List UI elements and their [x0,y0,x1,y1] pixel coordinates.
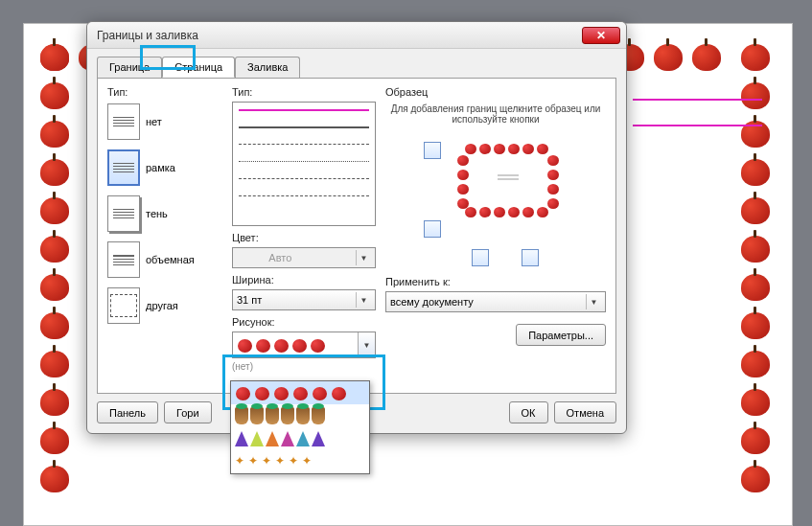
style-solid-thin[interactable] [239,126,369,128]
preview-label: Образец [385,86,606,98]
cancel-button[interactable]: Отмена [554,401,616,423]
setting-3d[interactable]: объемная [107,240,222,280]
width-label: Ширина: [232,274,376,286]
page-border-right [739,38,777,516]
art-option-cones[interactable] [231,427,369,450]
shadow-icon [107,195,140,232]
tab-fill[interactable]: Заливка [235,57,300,78]
art-option-palms[interactable] [231,404,369,427]
setting-custom[interactable]: другая [107,286,222,326]
options-button[interactable]: Параметры... [516,324,606,346]
art-label: Рисунок: [232,316,376,328]
setting-none[interactable]: нет [107,102,222,142]
style-label: Тип: [232,86,376,98]
color-value: Авто [268,252,291,263]
preview-box [414,142,577,266]
apple-art-preview [237,336,327,354]
apply-value: всему документу [390,296,474,308]
style-dotted[interactable] [239,161,369,163]
art-combo[interactable]: ▼ [232,332,376,358]
preview-hint: Для добавления границ щелкните образец и… [385,103,606,125]
tab-row: Граница Страница Заливка [87,49,626,78]
chevron-down-icon: ▼ [356,250,371,265]
type-label: Тип: [107,86,222,98]
ok-button[interactable]: ОК [509,401,548,423]
setting-none-label: нет [146,116,162,127]
art-none-hint: (нет) [232,361,376,372]
dialog-title: Границы и заливка [97,29,198,42]
apply-to-combo[interactable]: всему документу ▼ [385,291,606,312]
titlebar[interactable]: Границы и заливка ✕ [87,22,626,49]
setting-box-label: рамка [146,162,175,173]
custom-icon [107,287,140,324]
horizontal-line-button[interactable]: Гори [164,401,212,423]
chevron-down-icon: ▼ [358,332,375,357]
color-label: Цвет: [232,232,376,243]
style-column: Тип: Цвет: Авто ▼ Ширина: 31 пт ▼ Рисуно… [232,86,376,381]
preview-top-button[interactable] [424,142,441,159]
close-button[interactable]: ✕ [582,27,620,44]
width-value: 31 пт [237,294,262,306]
setting-custom-label: другая [146,300,178,311]
doc-rule-line [633,125,762,126]
toolbar-button[interactable]: Панель [97,401,158,423]
close-icon: ✕ [596,29,606,42]
preview-right-button[interactable] [522,249,539,266]
page-border-left [38,38,77,516]
color-combo[interactable]: Авто ▼ [232,247,376,268]
style-dashed[interactable] [239,144,369,146]
style-dashdot[interactable] [239,178,369,180]
borders-shading-dialog: Границы и заливка ✕ Граница Страница Зал… [86,21,627,434]
setting-3d-label: объемная [146,254,195,265]
chevron-down-icon: ▼ [586,294,601,309]
art-option-sparks[interactable] [231,450,369,473]
tab-page[interactable]: Страница [162,57,235,78]
none-icon [107,103,140,140]
art-dropdown-list[interactable] [230,380,370,474]
dialog-body: Тип: нет рамка тень [97,78,616,394]
preview-column: Образец Для добавления границ щелкните о… [385,86,606,381]
volume-icon [107,241,140,278]
tab-border[interactable]: Граница [97,57,162,78]
apply-label: Применить к: [385,276,606,287]
line-style-list[interactable] [232,102,376,226]
preview-left-button[interactable] [472,249,489,266]
setting-shadow-label: тень [146,208,168,219]
style-dashdotdot[interactable] [239,195,369,197]
art-option-apples[interactable] [231,381,369,404]
setting-shadow[interactable]: тень [107,194,222,234]
setting-column: Тип: нет рамка тень [107,86,222,381]
preview-bottom-button[interactable] [424,220,441,238]
width-combo[interactable]: 31 пт ▼ [232,289,376,310]
chevron-down-icon: ▼ [356,292,371,308]
box-icon [107,149,140,186]
style-solid-magenta[interactable] [239,109,369,111]
doc-rule-line [633,99,762,101]
preview-frame [456,142,560,226]
setting-box[interactable]: рамка [107,148,222,188]
